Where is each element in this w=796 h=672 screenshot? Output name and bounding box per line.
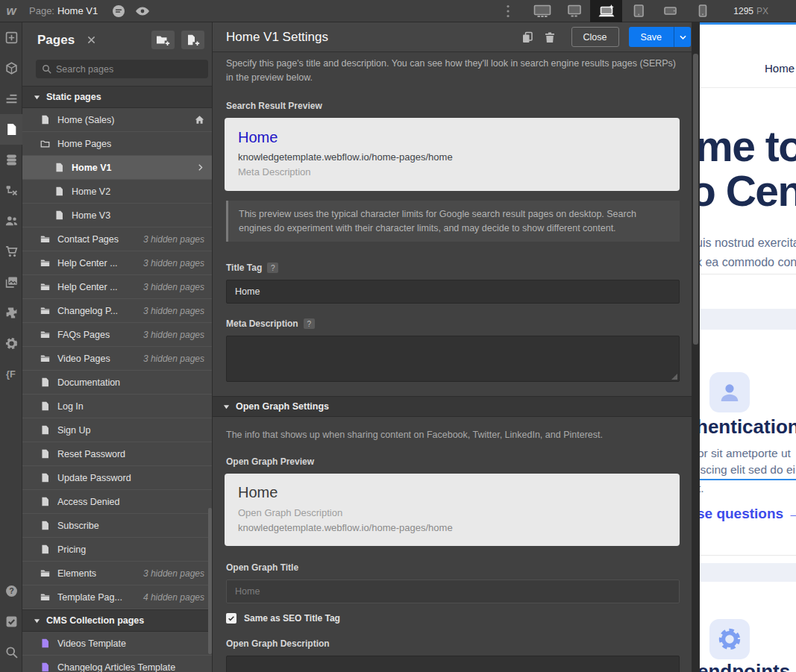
canvas-intro-line1: uis nostrud exercita bbox=[700, 236, 796, 250]
page-row-help-center[interactable]: Help Center ...3 hidden pages bbox=[22, 251, 212, 275]
page-name: Home V1 bbox=[57, 5, 98, 16]
caret-down-icon bbox=[34, 94, 40, 101]
serp-description: Meta Description bbox=[238, 166, 666, 178]
toolbar-navigator-button[interactable] bbox=[0, 84, 22, 114]
breakpoint-phone-portrait[interactable] bbox=[686, 0, 718, 22]
toolbar-help-button[interactable]: ? bbox=[0, 576, 22, 606]
logic-icon bbox=[5, 184, 18, 197]
breakpoint-phone-landscape[interactable] bbox=[654, 0, 686, 22]
page-row-home-v3[interactable]: Home V3 bbox=[22, 204, 212, 227]
delete-page-button[interactable] bbox=[539, 26, 561, 48]
toolbar-find-button[interactable] bbox=[0, 637, 22, 668]
toolbar-variables-button[interactable]: {F bbox=[0, 359, 22, 389]
page-row-label: Access Denied bbox=[57, 497, 204, 507]
page-row-pricing[interactable]: Pricing bbox=[22, 538, 212, 562]
page-row-access-denied[interactable]: Access Denied bbox=[22, 490, 212, 514]
page-row-elements[interactable]: Elements3 hidden pages bbox=[22, 562, 212, 585]
toolbar-ecommerce-button[interactable] bbox=[0, 236, 22, 267]
new-folder-button[interactable] bbox=[151, 31, 175, 49]
toolbar-add-elements-button[interactable] bbox=[0, 22, 22, 53]
settings-scrollbar-thumb[interactable] bbox=[693, 54, 698, 345]
page-row-home-v1[interactable]: Home V1 bbox=[22, 156, 212, 180]
page-row-home-v2[interactable]: Home V2 bbox=[22, 180, 212, 204]
pages-section-header-static-pages[interactable]: Static pages bbox=[22, 86, 212, 108]
copy-icon bbox=[521, 31, 533, 43]
help-icon[interactable]: ? bbox=[304, 318, 315, 329]
cube-icon bbox=[5, 62, 18, 75]
title-tag-input[interactable] bbox=[226, 280, 680, 304]
pages-section-header-cms-collection-pages[interactable]: CMS Collection pages bbox=[22, 609, 212, 632]
breakpoint-desktop-large[interactable] bbox=[526, 0, 558, 22]
page-row-template-pag[interactable]: Template Pag...4 hidden pages bbox=[22, 585, 212, 609]
close-pages-panel-button[interactable] bbox=[84, 33, 98, 48]
toolbar-components-button[interactable] bbox=[0, 53, 22, 84]
og-description-input[interactable] bbox=[226, 656, 680, 672]
webflow-logo-icon[interactable]: w bbox=[0, 0, 22, 22]
page-row-sign-up[interactable]: Sign Up bbox=[22, 418, 212, 442]
settings-scrollbar bbox=[692, 22, 700, 672]
puzzle-icon bbox=[5, 307, 18, 319]
meta-description-field bbox=[226, 336, 680, 382]
page-row-label: Home V2 bbox=[72, 186, 204, 197]
page-row-video-pages[interactable]: Video Pages3 hidden pages bbox=[22, 347, 212, 371]
toolbar-settings-button[interactable] bbox=[0, 328, 22, 359]
toolbar-assets-button[interactable] bbox=[0, 267, 22, 298]
page-row-changelog-p[interactable]: Changelog P...3 hidden pages bbox=[22, 299, 212, 323]
page-row-home-pages[interactable]: Home Pages bbox=[22, 132, 212, 156]
page-row-faqs-pages[interactable]: FAQs Pages3 hidden pages bbox=[22, 323, 212, 347]
search-pages-input[interactable] bbox=[36, 60, 208, 78]
page-row-subscribe[interactable]: Subscribe bbox=[22, 514, 212, 538]
og-preview-label: Open Graph Preview bbox=[226, 456, 314, 467]
toolbar-cms-button[interactable] bbox=[0, 145, 22, 175]
toolbar-users-button[interactable] bbox=[0, 206, 22, 236]
preview-button[interactable] bbox=[131, 0, 154, 22]
breakpoint-laptop[interactable] bbox=[590, 0, 622, 22]
page-row-changelog-articles-template[interactable]: Changelog Articles Template bbox=[22, 656, 212, 672]
more-menu-button[interactable] bbox=[502, 0, 514, 22]
page-row-label: Home Pages bbox=[57, 139, 204, 149]
comments-button[interactable] bbox=[107, 0, 131, 22]
page-row-update-password[interactable]: Update Password bbox=[22, 466, 212, 490]
open-graph-section-header[interactable]: Open Graph Settings bbox=[213, 396, 692, 417]
canvas-section-band bbox=[700, 309, 796, 330]
canvas-section-band bbox=[700, 563, 796, 582]
same-as-seo-checkbox[interactable] bbox=[226, 613, 236, 624]
site-canvas-preview: Home me to o Cent uis nostrud exercita x… bbox=[700, 22, 796, 672]
help-icon[interactable]: ? bbox=[267, 263, 278, 273]
page-label: Page: bbox=[29, 5, 54, 16]
page-row-label: Home V1 bbox=[72, 163, 190, 173]
same-as-seo-row: Same as SEO Title Tag bbox=[226, 613, 680, 624]
toolbar-pages-button[interactable] bbox=[0, 114, 22, 145]
page-row-home-sales[interactable]: Home (Sales) bbox=[22, 108, 212, 132]
page-row-log-in[interactable]: Log In bbox=[22, 395, 212, 418]
page-icon bbox=[40, 638, 50, 648]
toolbar-apps-button[interactable] bbox=[0, 298, 22, 328]
chevron-down-icon bbox=[680, 35, 686, 40]
page-row-label: Log In bbox=[57, 401, 204, 412]
current-page-indicator[interactable]: Page:Home V1 bbox=[29, 5, 98, 16]
new-page-button[interactable] bbox=[181, 31, 204, 49]
breakpoint-tablet[interactable] bbox=[622, 0, 654, 22]
page-row-reset-password[interactable]: Reset Password bbox=[22, 442, 212, 466]
page-row-label: Home V3 bbox=[72, 210, 204, 221]
pages-scrollbar-thumb[interactable] bbox=[208, 508, 212, 654]
close-button[interactable]: Close bbox=[571, 27, 619, 47]
page-row-help-center[interactable]: Help Center ...3 hidden pages bbox=[22, 275, 212, 299]
save-button[interactable]: Save bbox=[629, 27, 674, 47]
breakpoint-desktop[interactable] bbox=[558, 0, 590, 22]
toolbar-audit-button[interactable] bbox=[0, 606, 22, 637]
canvas-width-indicator[interactable]: 1295PX bbox=[733, 6, 768, 16]
canvas-nav-link[interactable]: Home bbox=[765, 62, 795, 75]
page-row-videos-template[interactable]: Videos Template bbox=[22, 632, 212, 656]
meta-description-input[interactable] bbox=[226, 336, 680, 382]
toolbar-logic-button[interactable] bbox=[0, 175, 22, 206]
og-title-input[interactable] bbox=[226, 580, 680, 603]
page-row-contact-pages[interactable]: Contact Pages3 hidden pages bbox=[22, 227, 212, 251]
canvas-width-value: 1295 bbox=[733, 6, 753, 16]
duplicate-page-button[interactable] bbox=[516, 26, 539, 48]
page-row-documentation[interactable]: Documentation bbox=[22, 371, 212, 395]
og-title-label: Open Graph Title bbox=[226, 562, 298, 573]
save-options-button[interactable] bbox=[674, 27, 691, 47]
page-row-label: Subscribe bbox=[57, 521, 204, 531]
canvas-browse-questions-link[interactable]: se questions → bbox=[700, 506, 796, 522]
